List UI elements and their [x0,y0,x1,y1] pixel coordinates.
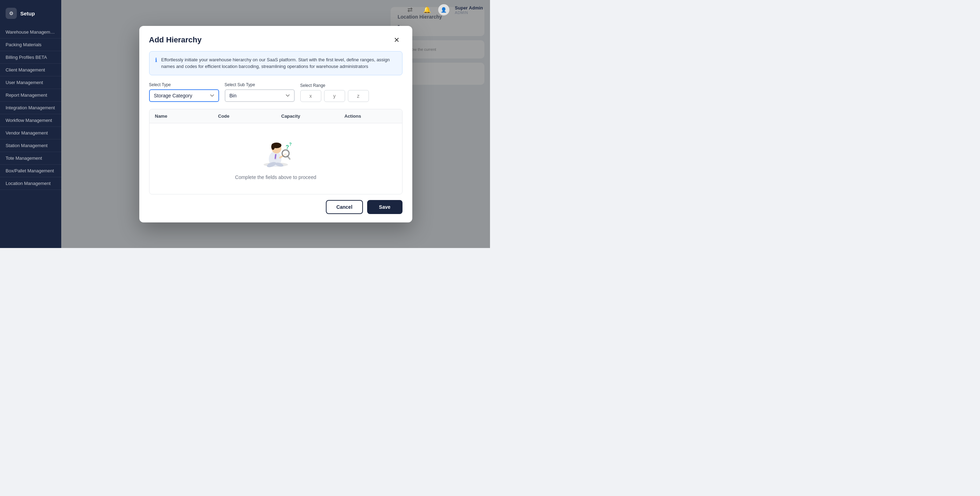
sidebar-item-vendor-management[interactable]: Vendor Management [0,127,61,139]
notification-bell-icon[interactable]: 🔔 [422,4,433,15]
sidebar-item-workflow-management[interactable]: Workflow Management [0,114,61,127]
sidebar-item-warehouse-management[interactable]: Warehouse Management [0,26,61,38]
sidebar-logo-icon: ⚙ [6,8,17,19]
save-button[interactable]: Save [367,200,402,214]
info-text: Effortlessly initiate your warehouse hie… [161,56,396,70]
svg-text:?: ? [289,142,291,147]
empty-illustration: ? ? [255,134,297,169]
sidebar-item-user-management[interactable]: User Management [0,77,61,89]
modal-header: Add Hierarchy ✕ [139,26,412,51]
col-capacity: Capacity [276,109,339,123]
info-banner: ℹ Effortlessly initiate your warehouse h… [149,51,402,75]
avatar[interactable]: 👤 [438,4,449,15]
user-role: ADMIN [455,11,483,15]
col-actions: Actions [339,109,402,123]
sidebar-item-billing-profiles[interactable]: Billing Profiles BETA [0,51,61,64]
range-y-input[interactable] [324,90,345,102]
range-z-input[interactable] [348,90,369,102]
svg-text:?: ? [286,144,289,150]
sidebar-item-packing-materials[interactable]: Packing Materials [0,38,61,51]
col-code: Code [212,109,276,123]
add-hierarchy-modal: Add Hierarchy ✕ ℹ Effortlessly initiate … [139,26,412,222]
sidebar-item-integration-management[interactable]: Integration Management [0,102,61,114]
main-content: ⇄ 🔔 👤 Super Admin ADMIN Location Hierarc… [61,0,490,248]
type-select[interactable]: Storage Category Zone Aisle Row Bay Leve… [149,89,219,102]
range-x-input[interactable] [300,90,321,102]
sidebar-item-location-management[interactable]: Location Management [0,177,61,190]
range-label: Select Range [300,83,369,88]
sidebar-item-tote-management[interactable]: Tote Management [0,152,61,164]
svg-point-4 [271,144,275,150]
top-nav: ⇄ 🔔 👤 Super Admin ADMIN [398,0,490,20]
info-icon: ℹ [155,57,157,64]
modal-footer: Cancel Save [139,195,412,222]
user-name: Super Admin [455,5,483,11]
subtype-select[interactable]: Bin Zone Aisle Row Bay Level [225,89,295,102]
user-info: Super Admin ADMIN [455,5,483,15]
sidebar-item-report-management[interactable]: Report Management [0,89,61,102]
empty-state-text: Complete the fields above to proceed [235,174,317,180]
sidebar-item-box-pallet-management[interactable]: Box/Pallet Management [0,164,61,177]
type-label: Select Type [149,82,219,87]
subtype-form-group: Select Sub Type Bin Zone Aisle Row Bay L… [225,82,295,102]
close-button[interactable]: ✕ [391,34,402,46]
svg-point-7 [282,150,289,157]
hierarchy-table: Name Code Capacity Actions [149,109,402,195]
empty-state: ? ? Complete the fields above to proceed [150,123,402,194]
sidebar: ⚙ Setup Warehouse Management Packing Mat… [0,0,61,248]
table-header: Name Code Capacity Actions [150,109,402,123]
sidebar-item-station-management[interactable]: Station Management [0,139,61,152]
range-form-group: Select Range [300,83,369,102]
range-inputs [300,90,369,102]
type-form-group: Select Type Storage Category Zone Aisle … [149,82,219,102]
col-name: Name [150,109,213,123]
sync-icon[interactable]: ⇄ [405,4,416,15]
subtype-label: Select Sub Type [225,82,295,87]
sidebar-item-client-management[interactable]: Client Management [0,64,61,77]
cancel-button[interactable]: Cancel [326,200,363,214]
close-icon: ✕ [394,36,400,44]
form-row: Select Type Storage Category Zone Aisle … [139,82,412,109]
overlay-backdrop: Add Hierarchy ✕ ℹ Effortlessly initiate … [61,0,490,248]
sidebar-header: ⚙ Setup [0,3,61,26]
modal-title: Add Hierarchy [149,35,202,45]
sidebar-title: Setup [20,11,35,16]
